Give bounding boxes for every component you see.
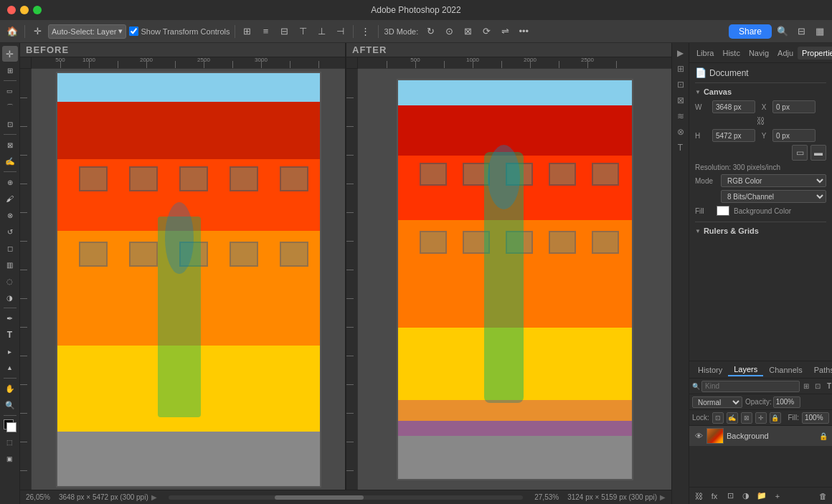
- add-mask-icon[interactable]: ⊡: [724, 490, 737, 503]
- camera-raw-icon[interactable]: ⊡: [673, 77, 688, 92]
- transform-controls-checkbox[interactable]: Show Transform Controls: [129, 27, 230, 36]
- fill-percent-input[interactable]: [802, 412, 829, 424]
- move-tool[interactable]: ✛: [2, 46, 18, 62]
- search-icon[interactable]: 🔍: [775, 24, 790, 39]
- hand-tool[interactable]: ✋: [2, 381, 18, 396]
- lock-artboard-icon[interactable]: ⊠: [741, 412, 752, 424]
- brush-tool[interactable]: 🖌: [2, 191, 18, 206]
- eraser-tool[interactable]: ◻: [2, 240, 18, 256]
- workspace-icon[interactable]: ⊟: [793, 24, 809, 39]
- scrollbar-track[interactable]: [169, 495, 524, 500]
- tab-navig[interactable]: Navig: [744, 47, 773, 60]
- gradient-tool[interactable]: ▥: [2, 257, 18, 272]
- neural-filter-icon[interactable]: ⊗: [673, 125, 688, 139]
- type-tool[interactable]: T: [2, 327, 18, 343]
- tab-layers[interactable]: Layers: [728, 363, 763, 376]
- mode-select[interactable]: RGB Color CMYK Color Grayscale Lab Color: [721, 174, 826, 187]
- link-layers-icon[interactable]: ⛓: [692, 490, 705, 503]
- magic-wand-tool[interactable]: ⊡: [2, 116, 18, 132]
- rotate-icon[interactable]: ↻: [422, 24, 438, 39]
- layer-style-icon[interactable]: fx: [708, 490, 721, 503]
- move-tool-icon[interactable]: ✛: [29, 24, 45, 39]
- more-icon[interactable]: •••: [516, 24, 531, 39]
- align-middle-icon[interactable]: ⊥: [314, 24, 330, 39]
- heal-tool[interactable]: ⊕: [2, 174, 18, 190]
- history-brush-tool[interactable]: ↺: [2, 224, 18, 239]
- before-info-icon[interactable]: ▶: [151, 493, 157, 501]
- distribute-icon[interactable]: ⋮: [358, 24, 374, 39]
- width-input[interactable]: [712, 100, 755, 113]
- home-icon[interactable]: 🏠: [4, 24, 20, 39]
- 3d-zoom-icon[interactable]: ⟳: [478, 24, 494, 39]
- maximize-button[interactable]: [33, 6, 42, 14]
- transform-controls-check[interactable]: [129, 27, 138, 36]
- select-subject-icon[interactable]: ⊠: [673, 93, 688, 108]
- align-left-icon[interactable]: ⊞: [240, 24, 255, 39]
- align-bottom-icon[interactable]: ⊣: [333, 24, 349, 39]
- opacity-input[interactable]: [773, 396, 800, 408]
- add-adjustment-icon[interactable]: ◑: [739, 490, 752, 503]
- canvas-portrait-icon[interactable]: ▭: [792, 145, 808, 161]
- foreground-color[interactable]: [2, 418, 18, 434]
- stamp-tool[interactable]: ⊗: [2, 207, 18, 223]
- 3d-pan-icon[interactable]: ⊠: [460, 24, 476, 39]
- layers-adjust-icon[interactable]: ⊡: [813, 381, 823, 391]
- x-input[interactable]: [772, 100, 816, 113]
- align-top-icon[interactable]: ⊤: [296, 24, 311, 39]
- blur-tool[interactable]: ◌: [2, 273, 18, 289]
- scrollbar-thumb[interactable]: [275, 495, 364, 500]
- fill-swatch[interactable]: [717, 206, 729, 216]
- lock-transparent-icon[interactable]: ⊡: [712, 412, 724, 424]
- zoom-tool[interactable]: 🔍: [2, 397, 18, 413]
- lasso-tool[interactable]: ⌒: [2, 100, 18, 115]
- close-button[interactable]: [7, 6, 16, 14]
- delete-layer-icon[interactable]: 🗑: [816, 490, 829, 503]
- canvas-landscape-icon[interactable]: ▬: [810, 145, 826, 161]
- minimize-button[interactable]: [20, 6, 29, 14]
- after-info-icon[interactable]: ▶: [660, 493, 666, 501]
- screen-mode-tool[interactable]: ▣: [2, 451, 18, 467]
- pen-tool[interactable]: ✒: [2, 310, 18, 326]
- tab-libra[interactable]: Libra: [692, 47, 718, 60]
- blend-mode-select[interactable]: Normal Multiply Screen Overlay: [692, 396, 742, 408]
- y-input[interactable]: [772, 129, 816, 142]
- sky-replace-icon[interactable]: ≋: [673, 109, 688, 123]
- rulers-header[interactable]: ▼ Rulers & Grids: [695, 227, 826, 235]
- tab-properties[interactable]: Properties: [798, 47, 832, 60]
- shape-tool[interactable]: ▲: [2, 360, 18, 376]
- play-icon[interactable]: ▶: [673, 46, 688, 60]
- type-tools-icon[interactable]: T: [673, 141, 688, 155]
- tab-histc[interactable]: Histc: [718, 47, 744, 60]
- path-select-tool[interactable]: ▸: [2, 343, 18, 359]
- lock-all-icon[interactable]: 🔒: [770, 412, 781, 424]
- tab-channels[interactable]: Channels: [763, 364, 808, 376]
- tab-adju[interactable]: Adju: [773, 47, 798, 60]
- quick-mask-tool[interactable]: ⬚: [2, 434, 18, 450]
- share-button[interactable]: Share: [729, 24, 772, 39]
- auto-select-dropdown[interactable]: Auto-Select: Layer ▾: [48, 24, 126, 39]
- crop-tool[interactable]: ⊠: [2, 137, 18, 153]
- marquee-tool[interactable]: ▭: [2, 83, 18, 99]
- content-aware-icon[interactable]: ⊞: [673, 62, 688, 76]
- 3d-rotate-icon[interactable]: ⊙: [441, 24, 457, 39]
- height-input[interactable]: [712, 129, 755, 142]
- canvas-header[interactable]: ▼ Canvas: [695, 87, 826, 96]
- panels-icon[interactable]: ▦: [812, 24, 828, 39]
- layers-pixel-icon[interactable]: ⊞: [801, 381, 811, 391]
- artboard-tool[interactable]: ⊞: [2, 62, 18, 78]
- layer-visibility-icon[interactable]: 👁: [694, 431, 704, 441]
- dodge-tool[interactable]: ◑: [2, 290, 18, 305]
- layer-item-background[interactable]: 👁 Background 🔒: [689, 426, 832, 446]
- lock-paint-icon[interactable]: ✍: [727, 412, 738, 424]
- eyedropper-tool[interactable]: ✍: [2, 153, 18, 169]
- bits-select[interactable]: 8 Bits/Channel 16 Bits/Channel 32 Bits/C…: [721, 190, 826, 203]
- layers-kind-input[interactable]: [701, 381, 800, 392]
- lock-move-icon[interactable]: ✛: [755, 412, 767, 424]
- link-wh-icon[interactable]: ⛓: [755, 116, 767, 126]
- align-center-icon[interactable]: ≡: [258, 24, 274, 39]
- new-layer-icon[interactable]: +: [771, 490, 784, 503]
- 3d-roll-icon[interactable]: ⇌: [497, 24, 513, 39]
- align-right-icon[interactable]: ⊟: [277, 24, 293, 39]
- new-group-icon[interactable]: 📁: [755, 490, 768, 503]
- tab-history[interactable]: History: [692, 364, 728, 376]
